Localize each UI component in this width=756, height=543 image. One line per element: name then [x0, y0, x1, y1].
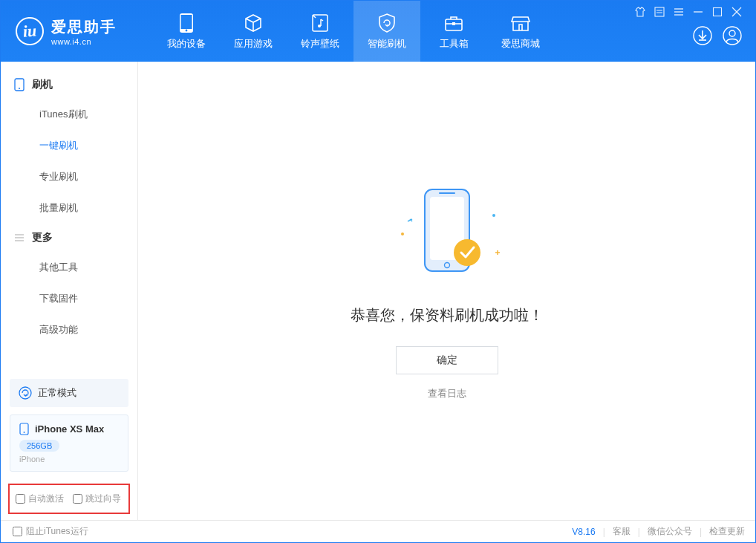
- store-icon: [510, 13, 531, 33]
- success-illustration: [384, 182, 510, 289]
- svg-point-2: [186, 29, 188, 31]
- auto-activate-checkbox[interactable]: 自动激活: [16, 492, 64, 505]
- app-logo-icon: iu: [14, 16, 45, 46]
- svg-point-27: [19, 387, 31, 399]
- device-name: iPhone XS Max: [35, 423, 104, 435]
- nav-apps-games[interactable]: 应用游戏: [220, 1, 287, 62]
- view-log-link[interactable]: 查看日志: [428, 388, 466, 400]
- sidebar-section-more: 更多: [1, 224, 137, 252]
- app-subtitle: www.i4.cn: [51, 37, 117, 46]
- list-icon[interactable]: [654, 7, 665, 17]
- device-card[interactable]: iPhone XS Max 256GB iPhone: [10, 414, 128, 472]
- device-icon: [180, 13, 193, 33]
- app-header: iu 爱思助手 www.i4.cn 我的设备 应用游戏 铃声壁纸 智能刷机: [1, 1, 755, 62]
- shirt-icon[interactable]: [635, 7, 645, 17]
- app-title: 爱思助手: [51, 17, 117, 37]
- download-icon[interactable]: [693, 26, 712, 45]
- main-content: 恭喜您，保资料刷机成功啦！ 确定 查看日志: [138, 62, 755, 520]
- nav-label: 应用游戏: [234, 38, 273, 51]
- device-type: iPhone: [19, 455, 119, 464]
- sidebar-section-flash: 刷机: [1, 71, 137, 99]
- shield-refresh-icon: [377, 13, 397, 33]
- cube-icon: [243, 13, 264, 33]
- status-bar: 阻止iTunes运行 V8.16 | 客服 | 微信公众号 | 检查更新: [1, 520, 755, 542]
- sidebar-item-other-tools[interactable]: 其他工具: [1, 252, 137, 283]
- logo-block: iu 爱思助手 www.i4.cn: [16, 17, 142, 46]
- svg-point-30: [401, 233, 404, 235]
- nav-label: 爱思商城: [501, 38, 540, 51]
- list-lines-icon: [14, 233, 25, 243]
- svg-point-21: [729, 30, 735, 36]
- user-icon[interactable]: [723, 26, 742, 45]
- success-message: 恭喜您，保资料刷机成功啦！: [351, 305, 544, 325]
- device-capacity: 256GB: [19, 440, 59, 452]
- nav-label: 我的设备: [167, 38, 206, 51]
- mode-indicator[interactable]: 正常模式: [10, 379, 128, 407]
- svg-point-36: [454, 239, 480, 266]
- maximize-icon[interactable]: [712, 7, 723, 17]
- nav-label: 智能刷机: [368, 38, 406, 51]
- phone-small-icon: [19, 423, 29, 435]
- ok-button[interactable]: 确定: [396, 346, 498, 374]
- nav-label: 铃声壁纸: [301, 38, 339, 51]
- sidebar-item-itunes-flash[interactable]: iTunes刷机: [1, 99, 137, 130]
- sidebar-item-batch-flash[interactable]: 批量刷机: [1, 192, 137, 224]
- sidebar: 刷机 iTunes刷机 一键刷机 专业刷机 批量刷机 更多 其他工具 下载固件 …: [1, 62, 138, 520]
- menu-icon[interactable]: [674, 7, 684, 17]
- skip-wizard-checkbox[interactable]: 跳过向导: [73, 492, 121, 505]
- nav-toolbox[interactable]: 工具箱: [420, 1, 487, 62]
- svg-rect-6: [452, 22, 455, 25]
- nav-ringtone-wallpaper[interactable]: 铃声壁纸: [287, 1, 353, 62]
- svg-rect-1: [181, 15, 192, 29]
- sidebar-item-download-firmware[interactable]: 下载固件: [1, 283, 137, 314]
- svg-rect-7: [655, 7, 664, 16]
- footer-kefu[interactable]: 客服: [613, 525, 630, 538]
- close-icon[interactable]: [731, 7, 742, 17]
- music-icon: [310, 13, 330, 33]
- minimize-icon[interactable]: [693, 7, 703, 17]
- top-nav: 我的设备 应用游戏 铃声壁纸 智能刷机 工具箱 爱思商城: [153, 1, 635, 62]
- svg-point-23: [19, 88, 20, 89]
- svg-rect-14: [714, 8, 722, 16]
- block-itunes-checkbox[interactable]: 阻止iTunes运行: [13, 525, 88, 538]
- nav-smart-flash[interactable]: 智能刷机: [353, 1, 420, 62]
- svg-point-29: [24, 432, 25, 433]
- sidebar-item-pro-flash[interactable]: 专业刷机: [1, 161, 137, 192]
- nav-label: 工具箱: [440, 38, 469, 51]
- svg-point-31: [492, 214, 495, 217]
- sidebar-item-advanced[interactable]: 高级功能: [1, 314, 137, 345]
- nav-my-device[interactable]: 我的设备: [153, 1, 220, 62]
- header-right: [635, 1, 742, 62]
- options-row: 自动激活 跳过向导: [8, 484, 130, 514]
- refresh-icon: [19, 386, 32, 400]
- mode-label: 正常模式: [38, 386, 76, 400]
- window-controls: [635, 7, 742, 17]
- version-label[interactable]: V8.16: [572, 527, 595, 537]
- footer-check-update[interactable]: 检查更新: [709, 525, 745, 538]
- sidebar-item-oneclick-flash[interactable]: 一键刷机: [1, 130, 137, 161]
- footer-wechat[interactable]: 微信公众号: [648, 525, 692, 538]
- svg-point-4: [318, 25, 321, 27]
- toolbox-icon: [443, 13, 464, 33]
- nav-store[interactable]: 爱思商城: [487, 1, 554, 62]
- phone-icon: [14, 78, 25, 91]
